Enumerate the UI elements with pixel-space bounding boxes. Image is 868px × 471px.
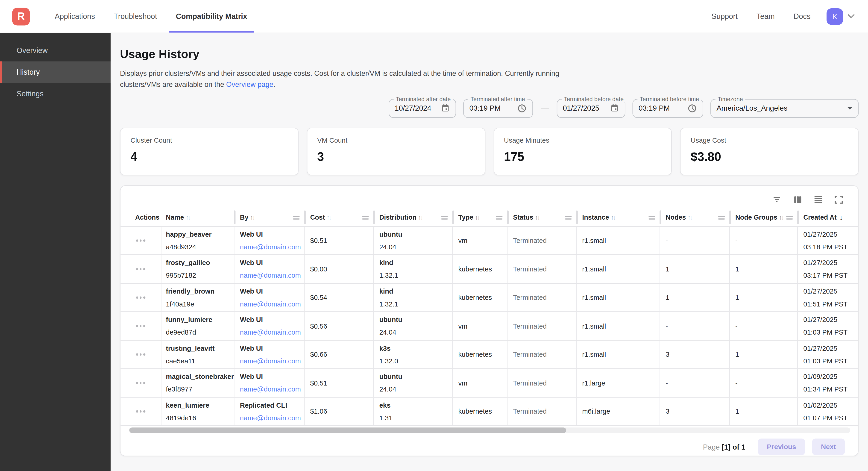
row-actions-cell[interactable]	[121, 255, 161, 283]
replicated-logo[interactable]: R	[12, 7, 30, 25]
ellipsis-icon[interactable]	[136, 268, 145, 270]
row-actions-cell[interactable]	[121, 312, 161, 340]
by-cell: Web UIname@domain.com	[235, 312, 305, 340]
ellipsis-icon[interactable]	[136, 411, 145, 412]
created-by: Web UI	[240, 259, 304, 267]
sidebar-item-history[interactable]: History	[0, 61, 111, 83]
distribution-version: 24.04	[379, 243, 452, 251]
sort-icon[interactable]: ↑↓	[535, 214, 539, 221]
sort-icon[interactable]: ↑↓	[327, 214, 331, 221]
status-badge: Terminated	[513, 351, 576, 358]
creator-email-link[interactable]: name@domain.com	[240, 272, 304, 279]
sort-icon[interactable]: ↑↓	[475, 214, 479, 221]
ellipsis-icon[interactable]	[136, 354, 145, 356]
terminated-after-time-input[interactable]: Terminated after time 03:19 PM	[463, 99, 533, 118]
cluster-name: trusting_leavitt	[166, 344, 234, 352]
sort-icon[interactable]: ↑↓	[186, 214, 190, 221]
node-groups-cell: -	[730, 369, 798, 397]
nav-tab-troubleshoot[interactable]: Troubleshoot	[104, 0, 166, 33]
column-menu-icon[interactable]	[293, 215, 300, 219]
nav-link-team[interactable]: Team	[747, 0, 784, 33]
nav-link-docs[interactable]: Docs	[784, 0, 820, 33]
sidebar-item-settings[interactable]: Settings	[0, 83, 111, 105]
column-header-node-groups[interactable]: Node Groups↑↓	[730, 209, 798, 226]
sort-icon[interactable]: ↑↓	[779, 214, 783, 221]
ellipsis-icon[interactable]	[136, 297, 145, 298]
clock-icon[interactable]	[517, 104, 527, 113]
ellipsis-icon[interactable]	[136, 325, 145, 327]
sort-icon[interactable]: ↑↓	[418, 214, 422, 221]
column-menu-icon[interactable]	[441, 215, 448, 219]
distribution-version: 24.04	[379, 385, 452, 393]
ellipsis-icon[interactable]	[136, 382, 145, 384]
status-cell: Terminated	[507, 227, 577, 255]
column-header-distribution[interactable]: Distribution↑↓	[374, 209, 453, 226]
column-menu-icon[interactable]	[565, 215, 572, 219]
avatar[interactable]: K	[827, 8, 843, 25]
column-header-type[interactable]: Type↑↓	[453, 209, 508, 226]
column-header-instance[interactable]: Instance↑↓	[577, 209, 660, 226]
chevron-down-icon[interactable]	[846, 11, 856, 21]
column-header-by[interactable]: By↑↓	[235, 209, 305, 226]
horizontal-scrollbar[interactable]	[129, 428, 850, 433]
column-header-name[interactable]: Name↑↓	[161, 209, 235, 226]
clock-icon[interactable]	[687, 104, 697, 113]
row-actions-cell[interactable]	[121, 369, 161, 397]
density-icon[interactable]	[813, 195, 823, 205]
column-menu-icon[interactable]	[786, 215, 793, 219]
row-actions-cell[interactable]	[121, 341, 161, 369]
sort-desc-icon[interactable]: ↓	[839, 213, 843, 222]
row-actions-cell[interactable]	[121, 227, 161, 255]
terminated-before-time-input[interactable]: Terminated before time 03:19 PM	[632, 99, 703, 118]
name-cell: funny_lumierede9ed87d	[161, 312, 235, 340]
secondary-nav: Support Team Docs K	[702, 0, 868, 33]
terminated-before-date-input[interactable]: Terminated before date 01/27/2025	[557, 99, 625, 118]
table-row: trusting_leavittcae5ea11 Web UIname@doma…	[121, 341, 858, 369]
nav-tab-applications[interactable]: Applications	[45, 0, 104, 33]
stat-card-usage-minutes: Usage Minutes 175	[493, 128, 672, 175]
creator-email-link[interactable]: name@domain.com	[240, 300, 304, 308]
terminated-after-date-input[interactable]: Terminated after date 10/27/2024	[389, 99, 456, 118]
sidebar-item-overview[interactable]: Overview	[0, 40, 111, 61]
sort-icon[interactable]: ↑↓	[250, 214, 254, 221]
creator-email-link[interactable]: name@domain.com	[240, 414, 304, 422]
timezone-select[interactable]: Timezone America/Los_Angeles	[710, 99, 859, 118]
nav-link-support[interactable]: Support	[702, 0, 747, 33]
nav-tab-compatibility-matrix[interactable]: Compatibility Matrix	[166, 0, 257, 33]
fullscreen-icon[interactable]	[834, 195, 844, 205]
created-time: 03:17 PM PST	[803, 272, 858, 279]
sort-icon[interactable]: ↑↓	[688, 214, 692, 221]
created-at-cell: 01/27/202503:18 PM PST	[798, 227, 858, 255]
column-menu-icon[interactable]	[718, 215, 725, 219]
sort-icon[interactable]: ↑↓	[611, 214, 615, 221]
column-header-created-at[interactable]: Created At↓	[798, 209, 858, 226]
calendar-icon[interactable]	[610, 104, 619, 113]
cluster-name: magical_stonebraker	[166, 373, 234, 381]
columns-icon[interactable]	[793, 195, 803, 205]
column-header-nodes[interactable]: Nodes↑↓	[660, 209, 730, 226]
column-header-cost[interactable]: Cost↑↓	[305, 209, 374, 226]
overview-page-link[interactable]: Overview page	[226, 81, 273, 89]
creator-email-link[interactable]: name@domain.com	[240, 243, 304, 251]
created-by: Web UI	[240, 316, 304, 324]
next-page-button[interactable]: Next	[812, 439, 845, 455]
created-by: Replicated CLI	[240, 402, 304, 409]
row-actions-cell[interactable]	[121, 284, 161, 312]
column-menu-icon[interactable]	[362, 215, 369, 219]
filter-icon[interactable]	[772, 195, 782, 205]
status-cell: Terminated	[507, 255, 577, 283]
creator-email-link[interactable]: name@domain.com	[240, 329, 304, 336]
row-actions-cell[interactable]	[121, 398, 161, 425]
ellipsis-icon[interactable]	[136, 240, 145, 241]
calendar-icon[interactable]	[441, 104, 450, 113]
scrollbar-thumb[interactable]	[129, 428, 566, 433]
column-menu-icon[interactable]	[648, 215, 655, 219]
creator-email-link[interactable]: name@domain.com	[240, 357, 304, 365]
distribution-cell: kind1.32.1	[374, 255, 453, 283]
table-row: magical_stonebrakerfe3f8977 Web UIname@d…	[121, 369, 858, 398]
creator-email-link[interactable]: name@domain.com	[240, 385, 304, 393]
created-at-cell: 01/09/202501:34 PM PST	[798, 369, 858, 397]
previous-page-button[interactable]: Previous	[758, 439, 805, 455]
column-menu-icon[interactable]	[496, 215, 503, 219]
column-header-status[interactable]: Status↑↓	[507, 209, 577, 226]
